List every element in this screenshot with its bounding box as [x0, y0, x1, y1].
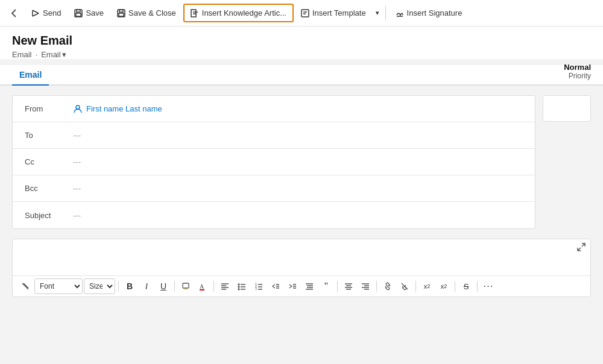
link-button[interactable]: [380, 278, 396, 294]
bcc-value[interactable]: ---: [73, 184, 81, 193]
insert-template-button[interactable]: Insert Template: [295, 5, 372, 21]
back-button[interactable]: [5, 4, 24, 23]
align-right-button[interactable]: [358, 278, 373, 294]
toolbar-divider: [385, 6, 386, 20]
send-label: Send: [43, 8, 61, 17]
indent-decrease-button[interactable]: [268, 278, 283, 294]
type-label: Email: [12, 50, 32, 59]
subject-value[interactable]: ---: [73, 211, 81, 220]
send-button[interactable]: Send: [25, 5, 67, 21]
tab-bar: Email: [0, 65, 603, 86]
page-title: New Email: [12, 34, 591, 48]
quote-button[interactable]: ": [318, 278, 334, 294]
toolbar-divider-7: [455, 281, 455, 292]
from-label: From: [25, 104, 73, 113]
svg-rect-12: [302, 10, 309, 17]
svg-rect-8: [119, 13, 124, 16]
italic-button[interactable]: I: [139, 278, 154, 294]
cc-row: Cc ---: [13, 149, 535, 175]
font-select[interactable]: Font: [34, 278, 83, 294]
svg-text:3.: 3.: [255, 287, 257, 290]
from-row: From First name Last name: [13, 96, 535, 122]
underline-button[interactable]: U: [156, 278, 171, 294]
toolbar-divider-5: [376, 281, 377, 292]
svg-rect-7: [119, 10, 123, 12]
insert-template-label: Insert Template: [312, 8, 366, 17]
chevron-down-icon: ▾: [376, 9, 379, 17]
right-panel: [543, 95, 591, 229]
svg-line-0: [33, 10, 39, 13]
chevron-down-icon: ▾: [62, 50, 66, 59]
svg-rect-5: [76, 13, 81, 16]
to-row: To ---: [13, 122, 535, 149]
decrease-indent2-button[interactable]: [302, 278, 317, 294]
from-value[interactable]: First name Last name: [73, 104, 162, 114]
subscript-button[interactable]: x2: [436, 278, 452, 294]
font-color-button[interactable]: A: [195, 278, 210, 294]
save-close-label: Save & Close: [128, 8, 176, 17]
to-label: To: [25, 131, 73, 140]
list-bullet-button[interactable]: [234, 278, 250, 294]
toolbar-divider-1: [118, 281, 119, 292]
unlink-button[interactable]: [397, 278, 412, 294]
svg-point-16: [76, 105, 80, 109]
toolbar-divider-8: [477, 281, 478, 292]
editor-area: Font Size B I U: [12, 239, 591, 297]
more-button[interactable]: ···: [481, 278, 496, 294]
priority-label: Normal: [564, 63, 591, 72]
save-label: Save: [86, 8, 104, 17]
email-form: From First name Last name To --- Cc --- …: [12, 95, 535, 229]
tab-email[interactable]: Email: [12, 65, 49, 86]
svg-text:A: A: [200, 283, 204, 290]
type-dropdown-value: Email: [41, 50, 61, 59]
list-number-button[interactable]: 1. 2. 3.: [251, 278, 267, 294]
editor-body[interactable]: [13, 257, 590, 275]
type-dropdown[interactable]: Email ▾: [41, 50, 66, 59]
svg-rect-4: [77, 10, 80, 12]
highlight-button[interactable]: [178, 278, 194, 294]
svg-rect-21: [183, 283, 189, 288]
svg-point-31: [238, 286, 239, 287]
indent-increase-button[interactable]: [285, 278, 300, 294]
insert-signature-button[interactable]: Insert Signature: [390, 5, 469, 21]
svg-rect-9: [191, 10, 196, 17]
toolbar-divider-4: [337, 281, 338, 292]
insert-article-label: Insert Knowledge Artic...: [202, 8, 286, 17]
save-button[interactable]: Save: [68, 5, 110, 21]
svg-line-19: [22, 283, 28, 289]
toolbar-divider-6: [415, 281, 416, 292]
svg-line-1: [33, 13, 39, 16]
align-center-button[interactable]: [341, 278, 356, 294]
right-panel-box: [543, 95, 591, 122]
priority-sub: Priority: [564, 72, 591, 80]
bcc-label: Bcc: [25, 184, 73, 193]
bcc-row: Bcc ---: [13, 175, 535, 202]
template-dropdown-button[interactable]: ▾: [373, 5, 382, 20]
insert-signature-label: Insert Signature: [407, 8, 463, 17]
to-value[interactable]: ---: [73, 131, 81, 140]
clear-formatting-button[interactable]: [17, 278, 33, 294]
expand-button[interactable]: [577, 243, 586, 254]
editor-expand-row: [13, 239, 590, 257]
toolbar-divider-3: [213, 281, 214, 292]
svg-point-29: [238, 284, 239, 285]
main-content: From First name Last name To --- Cc --- …: [0, 86, 603, 239]
priority-area: Normal Priority: [564, 63, 591, 80]
svg-point-33: [238, 289, 239, 290]
subject-label: Subject: [25, 211, 73, 220]
subject-row: Subject ---: [13, 202, 535, 228]
align-left-button[interactable]: [217, 278, 233, 294]
toolbar-divider-2: [174, 281, 175, 292]
bold-button[interactable]: B: [122, 278, 137, 294]
cc-label: Cc: [25, 157, 73, 166]
cc-value[interactable]: ---: [73, 157, 81, 166]
dot-separator: ·: [36, 50, 38, 59]
strikethrough-button[interactable]: S: [458, 278, 474, 294]
insert-article-button[interactable]: Insert Knowledge Artic...: [183, 4, 294, 22]
superscript-button[interactable]: x2: [419, 278, 435, 294]
person-icon: [73, 104, 83, 114]
save-close-button[interactable]: Save & Close: [111, 5, 182, 21]
size-select[interactable]: Size: [84, 278, 115, 294]
editor-toolbar: Font Size B I U: [13, 275, 590, 297]
